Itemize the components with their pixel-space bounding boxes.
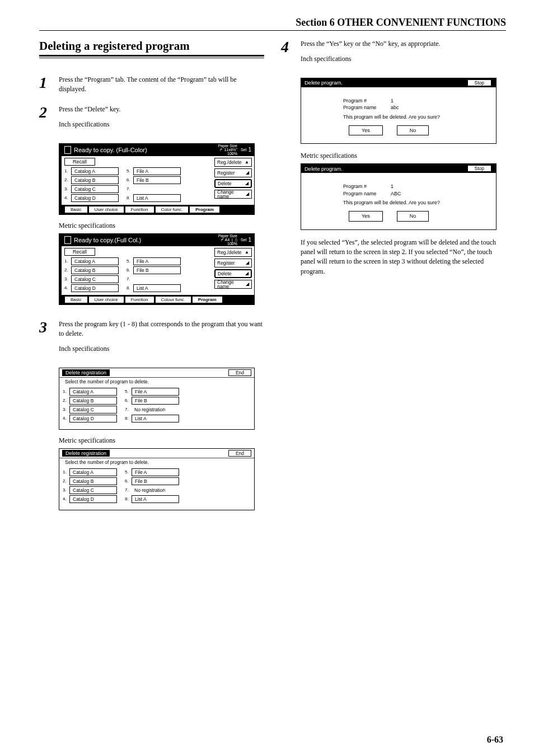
progname-val: ABC: [391, 190, 401, 198]
program-slot[interactable]: Catalog A: [69, 388, 117, 396]
program-slot[interactable]: Catalog D: [71, 194, 119, 202]
slot-idx: 8.: [127, 195, 133, 200]
set-value: 1: [248, 147, 251, 153]
program-slot[interactable]: Catalog C: [69, 486, 117, 494]
program-slot[interactable]: File B: [133, 266, 181, 274]
paper-size: 11x8½": [224, 148, 237, 152]
program-slot[interactable]: File B: [132, 477, 179, 485]
end-button[interactable]: End: [228, 450, 251, 457]
tab-function[interactable]: Function: [125, 206, 154, 213]
tab-color-func[interactable]: Color func.: [155, 206, 189, 213]
no-button[interactable]: No: [397, 125, 429, 136]
slot-idx: 2.: [64, 267, 71, 273]
program-slot[interactable]: File A: [133, 257, 181, 265]
delete-reg-panel-inch: Delete registration End Select the numbe…: [59, 368, 255, 430]
register-button[interactable]: Register◢: [214, 259, 252, 267]
recall-tab[interactable]: Recall: [64, 248, 95, 256]
program-slot[interactable]: Catalog B: [69, 397, 117, 405]
doc-icon: [64, 236, 71, 244]
ready-panel-metric: Ready to copy.(Full Col.) Paper Size↱ A4…: [59, 233, 255, 305]
ready-title: Ready to copy.(Full Col.): [74, 237, 218, 243]
program-slot[interactable]: List A: [133, 284, 181, 292]
arrow-down-icon: ◢: [246, 170, 249, 175]
tab-program[interactable]: Program: [192, 296, 223, 303]
slot-idx: 7.: [127, 276, 133, 281]
program-slot[interactable]: List A: [132, 495, 179, 503]
program-slot[interactable]: Catalog C: [71, 275, 119, 283]
delete-button[interactable]: Delete◢: [214, 269, 252, 278]
metric-label: Metric specifications: [301, 152, 506, 160]
paper-label: Paper Size: [218, 144, 237, 148]
prognum-val: 1: [391, 183, 394, 190]
tab-user-choice[interactable]: User choice: [88, 206, 124, 213]
no-registration-label: No registration: [132, 406, 168, 414]
program-slot[interactable]: Catalog A: [71, 257, 119, 265]
stop-button[interactable]: Stop: [467, 165, 493, 172]
prognum-key: Program #: [343, 183, 391, 190]
program-slot[interactable]: Catalog D: [71, 284, 119, 292]
result-text: If you selected “Yes”, the selected prog…: [301, 238, 506, 277]
recall-tab[interactable]: Recall: [64, 158, 95, 166]
program-slot[interactable]: List A: [133, 194, 181, 202]
panel-subtitle: Select the number of program to delete.: [59, 458, 254, 466]
register-button[interactable]: Register◢: [214, 168, 252, 177]
slot-idx: 7.: [125, 487, 132, 492]
slot-idx: 2.: [63, 478, 69, 483]
reg-delete-button[interactable]: Reg./delete▲: [214, 158, 252, 167]
page-number: 6-63: [487, 735, 503, 745]
slot-idx: 2.: [63, 398, 69, 403]
set-label: Set: [241, 148, 247, 152]
program-slot[interactable]: File A: [132, 388, 179, 396]
slot-idx: 2.: [64, 177, 71, 182]
step-text-4: Press the “Yes” key or the “No” key, as …: [301, 39, 506, 49]
program-slot[interactable]: File A: [133, 167, 181, 175]
change-name-button[interactable]: Change name◢: [214, 280, 252, 289]
tab-function[interactable]: Function: [125, 296, 154, 303]
step-number-1: 1: [39, 75, 59, 91]
program-slot[interactable]: Catalog B: [69, 477, 117, 485]
program-slot[interactable]: Catalog C: [69, 406, 117, 414]
yes-button[interactable]: Yes: [349, 125, 383, 136]
slot-idx: 3.: [64, 276, 71, 281]
change-name-button[interactable]: Change name◢: [214, 190, 252, 199]
program-slot[interactable]: Catalog D: [69, 495, 117, 503]
tab-colour-func[interactable]: Colour func.: [155, 296, 191, 303]
arrow-down-icon: ◢: [246, 260, 249, 265]
end-button[interactable]: End: [228, 369, 251, 376]
slot-idx: 6.: [125, 398, 132, 403]
slot-idx: 5.: [125, 469, 132, 475]
arrow-down-icon: ◢: [246, 282, 249, 287]
program-slot[interactable]: File A: [132, 468, 179, 476]
slot-idx: 1.: [63, 389, 69, 394]
section-rule: [39, 30, 506, 31]
rule-thick: [39, 55, 264, 57]
program-slot[interactable]: File B: [132, 397, 179, 405]
program-slot[interactable]: Catalog A: [71, 167, 119, 175]
dialog-title: Delete program.: [305, 166, 343, 172]
slot-idx: 7.: [125, 407, 132, 412]
stop-button[interactable]: Stop: [467, 79, 493, 86]
program-slot[interactable]: Catalog C: [71, 185, 119, 193]
metric-label: Metric specifications: [59, 436, 264, 445]
slot-idx: 5.: [127, 168, 133, 173]
tab-user-choice[interactable]: User choice: [88, 296, 124, 303]
program-slot[interactable]: List A: [132, 415, 179, 422]
delete-button[interactable]: Delete◢: [214, 179, 252, 188]
arrow-up-icon: ▲: [245, 159, 249, 165]
program-slot[interactable]: Catalog B: [71, 176, 119, 184]
no-button[interactable]: No: [397, 211, 429, 222]
slot-idx: 3.: [64, 186, 71, 191]
tab-program[interactable]: Program: [189, 206, 220, 213]
program-slot[interactable]: Catalog A: [69, 468, 117, 476]
tab-basic[interactable]: Basic: [64, 296, 88, 303]
arrow-down-icon: ◢: [245, 181, 249, 186]
metric-label: Metric specifications: [59, 222, 264, 230]
reg-delete-button[interactable]: Reg./delete▲: [214, 248, 252, 257]
yes-button[interactable]: Yes: [349, 211, 383, 222]
tab-basic[interactable]: Basic: [64, 206, 88, 213]
program-slot[interactable]: Catalog B: [71, 266, 119, 274]
program-slot[interactable]: Catalog D: [69, 415, 117, 422]
doc-icon: [64, 146, 71, 154]
program-slot[interactable]: File B: [133, 176, 181, 184]
progname-val: abc: [391, 104, 399, 111]
